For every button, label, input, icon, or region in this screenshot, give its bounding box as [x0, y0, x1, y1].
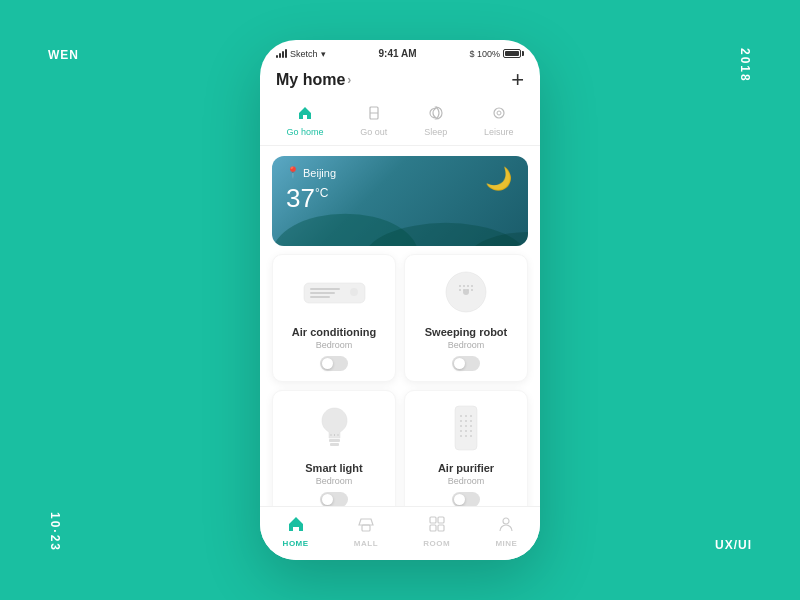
weather-card: 📍 Beijing 37°C 🌙	[272, 156, 528, 246]
svg-rect-10	[310, 296, 330, 298]
svg-rect-24	[455, 406, 477, 450]
tab-go-out[interactable]: Go out	[360, 105, 387, 137]
svg-point-32	[465, 425, 467, 427]
home-title[interactable]: My home ›	[276, 71, 351, 89]
status-left: Sketch ▾	[276, 49, 326, 59]
home-chevron-icon: ›	[347, 73, 351, 87]
mall-nav-icon	[357, 515, 375, 537]
purifier-device-svg	[451, 404, 481, 454]
corner-uxui-label: UX/UI	[715, 538, 752, 552]
home-nav-label: HOME	[283, 539, 309, 548]
go-out-tab-icon	[366, 105, 382, 125]
tab-go-home-label: Go home	[286, 127, 323, 137]
svg-point-19	[463, 289, 465, 291]
corner-wen-label: WEN	[48, 48, 79, 62]
svg-rect-42	[438, 517, 444, 523]
svg-point-34	[460, 430, 462, 432]
ac-device-room: Bedroom	[316, 340, 353, 350]
battery-percent-label: $ 100%	[469, 49, 500, 59]
robot-image	[431, 265, 501, 320]
ac-device-name: Air conditioning	[292, 326, 376, 338]
bottom-nav-room[interactable]: ROOM	[423, 515, 450, 548]
tab-leisure-label: Leisure	[484, 127, 514, 137]
signal-icon	[276, 49, 287, 58]
tab-sleep[interactable]: Sleep	[424, 105, 447, 137]
ac-toggle[interactable]	[320, 356, 348, 371]
svg-point-39	[470, 435, 472, 437]
city-label: Beijing	[303, 167, 336, 179]
time-label: 9:41 AM	[379, 48, 417, 59]
bottom-nav-mine[interactable]: MINE	[495, 515, 517, 548]
robot-device-svg	[444, 270, 489, 315]
svg-rect-41	[430, 517, 436, 523]
corner-date-label: 10·23	[48, 512, 62, 552]
svg-point-17	[471, 285, 473, 287]
purifier-toggle[interactable]	[452, 492, 480, 506]
svg-point-31	[460, 425, 462, 427]
svg-point-3	[497, 111, 501, 115]
light-image	[299, 401, 369, 456]
svg-point-35	[465, 430, 467, 432]
robot-device-name: Sweeping robot	[425, 326, 508, 338]
nav-tabs: Go home Go out Sleep	[260, 101, 540, 146]
tab-go-home[interactable]: Go home	[286, 105, 323, 137]
room-nav-label: ROOM	[423, 539, 450, 548]
status-bar: Sketch ▾ 9:41 AM $ 100%	[260, 40, 540, 63]
add-button[interactable]: +	[511, 67, 524, 93]
svg-point-16	[467, 285, 469, 287]
home-nav-icon	[287, 515, 305, 537]
svg-point-21	[471, 289, 473, 291]
weather-temperature: 37°C	[286, 183, 514, 214]
svg-point-28	[460, 420, 462, 422]
svg-point-15	[463, 285, 465, 287]
robot-toggle[interactable]	[452, 356, 480, 371]
app-header: My home › +	[260, 63, 540, 101]
home-tab-icon	[297, 105, 313, 125]
svg-point-33	[470, 425, 472, 427]
svg-rect-23	[330, 443, 339, 446]
svg-point-2	[494, 108, 504, 118]
svg-point-37	[460, 435, 462, 437]
tab-leisure[interactable]: Leisure	[484, 105, 514, 137]
ac-image	[299, 265, 369, 320]
ac-device-svg	[302, 278, 367, 308]
svg-point-11	[350, 288, 358, 296]
device-card-sweeping-robot: Sweeping robot Bedroom	[404, 254, 528, 382]
device-card-air-purifier: Air purifier Bedroom	[404, 390, 528, 506]
svg-rect-22	[329, 439, 340, 442]
svg-rect-40	[362, 525, 370, 531]
sleep-tab-icon	[428, 105, 444, 125]
device-card-smart-light: Smart light Bedroom	[272, 390, 396, 506]
light-device-room: Bedroom	[316, 476, 353, 486]
light-device-name: Smart light	[305, 462, 362, 474]
device-card-air-conditioning: Air conditioning Bedroom	[272, 254, 396, 382]
bottom-nav: HOME MALL ROOM	[260, 506, 540, 560]
svg-rect-43	[430, 525, 436, 531]
purifier-image	[431, 401, 501, 456]
svg-point-36	[470, 430, 472, 432]
svg-rect-9	[310, 292, 335, 294]
svg-point-38	[465, 435, 467, 437]
battery-icon	[503, 49, 524, 58]
scroll-content: 📍 Beijing 37°C 🌙	[260, 146, 540, 506]
mine-nav-label: MINE	[495, 539, 517, 548]
bottom-nav-home[interactable]: HOME	[283, 515, 309, 548]
tab-go-out-label: Go out	[360, 127, 387, 137]
svg-point-18	[459, 289, 461, 291]
wifi-icon: ▾	[321, 49, 326, 59]
purifier-device-name: Air purifier	[438, 462, 494, 474]
phone-frame: Sketch ▾ 9:41 AM $ 100% My home › + G	[260, 40, 540, 560]
corner-year-label: 2018	[738, 0, 752, 83]
svg-point-30	[470, 420, 472, 422]
svg-point-29	[465, 420, 467, 422]
light-toggle[interactable]	[320, 492, 348, 506]
svg-point-25	[460, 415, 462, 417]
robot-device-room: Bedroom	[448, 340, 485, 350]
svg-rect-44	[438, 525, 444, 531]
bottom-nav-mall[interactable]: MALL	[354, 515, 378, 548]
svg-point-27	[470, 415, 472, 417]
device-grid: Air conditioning Bedroom	[260, 254, 540, 506]
mine-nav-icon	[497, 515, 515, 537]
svg-point-20	[467, 289, 469, 291]
weather-location: 📍 Beijing	[286, 166, 514, 179]
